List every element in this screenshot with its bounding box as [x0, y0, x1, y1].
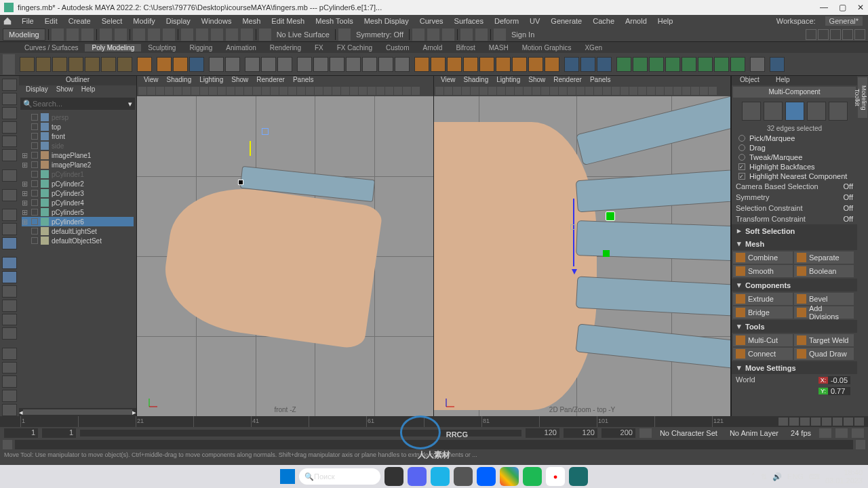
collapse-icon[interactable] — [496, 57, 511, 72]
menu-help[interactable]: Help — [652, 17, 679, 25]
vp-toolbar-icon[interactable] — [559, 87, 567, 95]
layout-icon-3[interactable] — [830, 29, 841, 40]
vp2-menu-view[interactable]: View — [437, 76, 460, 85]
vp-toolbar-icon[interactable] — [306, 87, 314, 95]
render-icon[interactable] — [412, 28, 425, 41]
shelf-tab-fx[interactable]: FX — [308, 44, 330, 52]
vp-toolbar-icon[interactable] — [603, 87, 611, 95]
triangulate-icon[interactable] — [378, 57, 393, 72]
crease-icon[interactable] — [714, 57, 729, 72]
rotate-tool-icon[interactable] — [2, 136, 17, 148]
vp-toolbar-icon[interactable] — [138, 87, 146, 95]
layout-icon-1[interactable] — [806, 29, 816, 40]
vp-toolbar-icon[interactable] — [524, 87, 532, 95]
multicomponent-button[interactable]: Multi-Component — [733, 87, 856, 98]
signin-label[interactable]: Sign In — [509, 30, 537, 39]
menu-meshtools[interactable]: Mesh Tools — [310, 17, 358, 25]
spin-edge-icon[interactable] — [633, 57, 648, 72]
select-tool-icon[interactable] — [2, 79, 17, 91]
pivot-icon[interactable] — [277, 57, 292, 72]
snap-align-icon[interactable] — [261, 57, 276, 72]
vp2-menu-renderer[interactable]: Renderer — [549, 76, 586, 85]
outliner-toggle-icon[interactable] — [2, 257, 17, 269]
snap-plane-icon[interactable] — [226, 28, 238, 41]
op-combine[interactable]: Combine — [733, 251, 793, 264]
poly-plane-icon[interactable] — [101, 57, 116, 72]
menu-cache[interactable]: Cache — [587, 17, 620, 25]
vp2-menu-panels[interactable]: Panels — [586, 76, 615, 85]
quadrangulate-icon[interactable] — [395, 57, 410, 72]
uv-mode-icon[interactable] — [829, 102, 848, 121]
vp-toolbar-icon[interactable] — [403, 87, 411, 95]
menu-modify[interactable]: Modify — [127, 17, 160, 25]
render-settings-icon[interactable] — [442, 28, 454, 41]
fps-dropdown[interactable]: 24 fps — [787, 429, 815, 437]
playback-toggle-icon[interactable] — [460, 28, 473, 41]
vp-toolbar-icon[interactable] — [262, 87, 270, 95]
vp-toolbar-icon[interactable] — [359, 87, 367, 95]
vp-toolbar-icon[interactable] — [297, 87, 305, 95]
vp-toolbar-icon[interactable] — [182, 87, 191, 95]
sel-constraint-dropdown[interactable]: Off — [844, 204, 853, 212]
vp-toolbar-icon[interactable] — [174, 87, 182, 95]
vp-toolbar-icon[interactable] — [368, 87, 376, 95]
vp-toolbar-icon[interactable] — [332, 87, 340, 95]
detach-icon[interactable] — [512, 57, 527, 72]
shelf-tab-fxcaching[interactable]: FX Caching — [330, 44, 379, 52]
op-multicut[interactable]: Multi-Cut — [733, 334, 793, 346]
charset-dropdown[interactable]: No Character Set — [656, 429, 722, 437]
vp-toolbar-icon[interactable] — [471, 87, 479, 95]
extrude-icon[interactable] — [414, 57, 429, 72]
highlight-backfaces-checkbox[interactable] — [738, 163, 745, 170]
outliner-node-defaultobjectset[interactable]: defaultObjectSet — [22, 236, 134, 245]
vp-toolbar-icon[interactable] — [682, 87, 690, 95]
layout-two-icon[interactable] — [2, 237, 17, 249]
playback-pause-icon[interactable] — [475, 28, 488, 41]
taskbar-maya-icon[interactable] — [569, 467, 588, 486]
expand-soft-icon[interactable]: ▸ — [737, 226, 741, 235]
script-editor-icon[interactable] — [856, 440, 865, 449]
shelf-tab-polymodeling[interactable]: Poly Modeling — [85, 44, 141, 52]
key-fwd-icon[interactable] — [833, 418, 842, 426]
outliner-node-front[interactable]: front — [22, 131, 134, 141]
vp-toolbar-icon[interactable] — [235, 87, 243, 95]
vp1-menu-shading[interactable]: Shading — [163, 76, 196, 85]
step-back-icon[interactable] — [789, 418, 799, 426]
op-adddivisions[interactable]: Add Divisions — [794, 306, 854, 319]
tray-lang[interactable]: ENG — [787, 472, 804, 481]
vp-toolbar-icon[interactable] — [462, 87, 470, 95]
offset-edge-icon[interactable] — [682, 57, 696, 72]
cur-frame-field[interactable]: 200 — [601, 428, 635, 438]
vp2-menu-shading[interactable]: Shading — [460, 76, 493, 85]
menu-windows[interactable]: Windows — [196, 17, 237, 25]
outliner-node-top[interactable]: top — [22, 122, 134, 131]
tray-chevron-icon[interactable]: ˄ — [751, 472, 755, 481]
search-options-icon[interactable]: ▾ — [128, 100, 132, 108]
layout-icon-2[interactable] — [818, 29, 829, 40]
object-mode-icon[interactable] — [742, 102, 761, 121]
poly-torus-icon[interactable] — [85, 57, 100, 72]
range-end-field[interactable]: 120 — [526, 428, 559, 438]
viewport-top[interactable]: 2D Pan/Zoom - top -Y — [434, 96, 730, 416]
sweep-mesh-icon[interactable] — [209, 57, 224, 72]
append-icon[interactable] — [479, 57, 494, 72]
vp-toolbar-icon[interactable] — [376, 87, 384, 95]
shelf-tab-bifrost[interactable]: Bifrost — [449, 44, 481, 52]
expand-tools-icon[interactable]: ▾ — [737, 322, 741, 331]
taskbar-chrome-icon[interactable] — [500, 467, 519, 486]
new-scene-icon[interactable] — [52, 28, 64, 41]
vp-toolbar-icon[interactable] — [488, 87, 496, 95]
vp-toolbar-icon[interactable] — [691, 87, 699, 95]
vp1-menu-view[interactable]: View — [140, 76, 163, 85]
vp-toolbar-icon[interactable] — [673, 87, 682, 95]
select-mode-icon[interactable] — [133, 28, 145, 41]
outliner-node-imageplane2[interactable]: ⊞imagePlane2 — [22, 160, 134, 169]
viewport-front[interactable]: front -Z — [137, 96, 433, 416]
vp-toolbar-icon[interactable] — [594, 87, 602, 95]
layout-single-icon[interactable] — [2, 209, 17, 221]
vp-toolbar-icon[interactable] — [435, 87, 443, 95]
taskbar-search[interactable]: 🔍 Поиск — [299, 468, 380, 485]
go-end-icon[interactable] — [854, 418, 864, 426]
outliner-menu-display[interactable]: Display — [22, 85, 52, 96]
symmetry-dropdown[interactable]: Off — [844, 193, 853, 201]
